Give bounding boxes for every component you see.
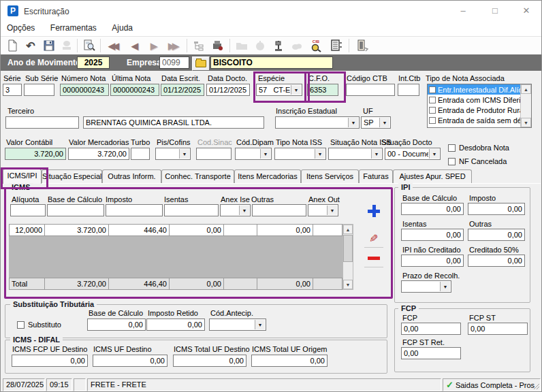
- int-ctb-field[interactable]: [398, 84, 419, 96]
- tab-faturas[interactable]: Faturas: [359, 169, 393, 183]
- inscricao-estadual-combo[interactable]: ▼: [275, 116, 360, 129]
- ipi-outras-field[interactable]: [468, 229, 525, 241]
- ano-movimento-field[interactable]: [77, 56, 110, 69]
- nav-previous-button[interactable]: ◀: [126, 37, 144, 54]
- delete-icms-row-button[interactable]: [364, 249, 383, 267]
- codigo-ctb-field[interactable]: [346, 84, 395, 96]
- terceiro-code-field[interactable]: [5, 116, 79, 129]
- undo-button[interactable]: ↶: [22, 37, 39, 54]
- minimize-button[interactable]: –: [451, 1, 475, 21]
- st-imposto-retido-field[interactable]: [146, 318, 205, 331]
- ipi-base-field[interactable]: [401, 203, 464, 215]
- fcp-field[interactable]: [401, 323, 461, 335]
- list-item[interactable]: Entrada de Produtor Rural: [428, 105, 521, 115]
- list-item[interactable]: Entrada de saída sem débi: [428, 115, 521, 125]
- exit-button[interactable]: [353, 37, 371, 54]
- difal-total-uf-origem-field[interactable]: [251, 355, 328, 367]
- nav-next-button[interactable]: ▶: [145, 37, 163, 54]
- anex-out-dropdown-button[interactable]: ▼: [327, 206, 337, 215]
- pis-cofins-combo[interactable]: ▼: [155, 148, 191, 160]
- checkbox[interactable]: [429, 117, 436, 124]
- list-item[interactable]: Entr.Interestadual Dif.Alíq: [428, 84, 521, 95]
- data-docto-field[interactable]: [206, 84, 250, 96]
- maximize-button[interactable]: □: [483, 1, 507, 21]
- list-scrollbar[interactable]: ▲ ▼: [520, 84, 531, 127]
- scroll-down-icon[interactable]: ▼: [521, 118, 531, 127]
- ipi-isentas-field[interactable]: [401, 229, 464, 241]
- serie-field[interactable]: [3, 84, 22, 96]
- cod-dipam-combo[interactable]: ▼: [235, 148, 272, 160]
- sign-button[interactable]: [270, 37, 287, 54]
- ultima-nota-field[interactable]: [110, 84, 159, 96]
- icms-grid-row[interactable]: 12,0000 3.720,00 446,40 0,00 0,00: [9, 224, 342, 236]
- sub-serie-field[interactable]: [24, 84, 54, 96]
- resize-grip[interactable]: [532, 382, 540, 390]
- valor-contabil-field[interactable]: [5, 148, 66, 160]
- uf-combo[interactable]: SP ▼: [361, 116, 391, 129]
- difal-total-uf-destino-field[interactable]: [173, 355, 246, 367]
- tab-conhec-transporte[interactable]: Conhec. Transporte: [161, 169, 234, 183]
- empresa-browse-button[interactable]: [192, 56, 210, 71]
- situacao-nota-iss-dropdown-button[interactable]: ▼: [371, 149, 381, 159]
- cfo-field[interactable]: [307, 84, 338, 96]
- anex-ise-combo[interactable]: ▼: [220, 204, 251, 216]
- tab-outras-inform[interactable]: Outras Inform.: [102, 169, 161, 183]
- scroll-down-icon[interactable]: ▼: [343, 280, 353, 289]
- data-escrit-field[interactable]: [161, 84, 204, 96]
- st-base-field[interactable]: [87, 318, 146, 331]
- menu-opcoes[interactable]: Opções: [1, 21, 41, 35]
- checkbox[interactable]: [429, 86, 436, 93]
- ipi-imposto-field[interactable]: [468, 203, 525, 215]
- base-calculo-input[interactable]: [47, 204, 104, 216]
- process-button[interactable]: [209, 37, 227, 54]
- menu-ajuda[interactable]: Ajuda: [106, 21, 139, 35]
- difal-fcp-uf-destino-field[interactable]: [12, 355, 88, 367]
- desdobra-nota-checkbox[interactable]: [448, 144, 456, 152]
- scrollbar-thumb[interactable]: [343, 235, 353, 262]
- tab-situacao-especial[interactable]: Situação Especial: [42, 169, 102, 183]
- cod-antecip-combo[interactable]: ▼: [209, 318, 266, 331]
- nf-cancelada-checkbox[interactable]: [448, 158, 456, 165]
- cod-antecip-dropdown-button[interactable]: ▼: [255, 320, 265, 329]
- cod-dipam-dropdown-button[interactable]: ▼: [260, 149, 270, 159]
- tab-itens-servicos[interactable]: Itens Serviços: [301, 169, 359, 183]
- especie-combo[interactable]: 57 CT-E ▼: [256, 84, 302, 96]
- tree-view-button[interactable]: [190, 37, 208, 54]
- menu-ferramentas[interactable]: Ferramentas: [44, 21, 103, 35]
- uf-dropdown-button[interactable]: ▼: [379, 118, 389, 127]
- imposto-input[interactable]: [106, 204, 163, 216]
- tab-itens-mercadorias[interactable]: Itens Mercadorias: [234, 169, 301, 183]
- cib-search-button[interactable]: CIB: [307, 37, 325, 54]
- close-button[interactable]: ✕: [514, 1, 539, 21]
- print-preview-button[interactable]: [80, 37, 98, 54]
- list-item[interactable]: Entrada com ICMS Diferido: [428, 95, 521, 105]
- tab-ajustes-apur-sped[interactable]: Ajustes Apur. SPED: [393, 169, 472, 183]
- report-button[interactable]: [328, 37, 345, 54]
- anex-ise-dropdown-button[interactable]: ▼: [239, 206, 249, 215]
- ipi-creditado50-field[interactable]: [468, 255, 525, 267]
- empresa-code-field[interactable]: [159, 56, 189, 69]
- fcp-st-ret-field[interactable]: [401, 347, 461, 359]
- fcp-st-field[interactable]: [468, 323, 528, 335]
- nav-first-button[interactable]: ◀◀: [103, 37, 124, 54]
- outras-input[interactable]: [252, 204, 306, 216]
- situacao-docto-dropdown-button[interactable]: ▼: [429, 149, 439, 159]
- valor-mercadorias-field[interactable]: [68, 148, 129, 160]
- prazo-recolh-dropdown-button[interactable]: ▼: [440, 282, 450, 291]
- checkbox[interactable]: [429, 97, 436, 103]
- inscricao-dropdown-button[interactable]: ▼: [348, 118, 358, 127]
- pis-cofins-dropdown-button[interactable]: ▼: [179, 149, 189, 159]
- isentas-input[interactable]: [164, 204, 219, 216]
- scroll-up-icon[interactable]: ▲: [521, 84, 531, 94]
- tipo-nota-iss-dropdown-button[interactable]: ▼: [315, 149, 325, 159]
- tipo-nota-iss-combo[interactable]: ▼: [274, 148, 326, 160]
- turbo-field[interactable]: [131, 148, 150, 160]
- difal-uf-destino-field[interactable]: [93, 355, 168, 367]
- situacao-nota-iss-combo[interactable]: ▼: [328, 148, 383, 160]
- save-button[interactable]: [40, 37, 58, 54]
- ipi-nao-creditado-field[interactable]: [401, 255, 464, 267]
- aliquota-input[interactable]: [10, 204, 46, 216]
- substituto-checkbox[interactable]: [17, 321, 25, 329]
- especie-dropdown-button[interactable]: ▼: [291, 85, 301, 95]
- edit-icms-row-button[interactable]: ✎: [364, 229, 383, 248]
